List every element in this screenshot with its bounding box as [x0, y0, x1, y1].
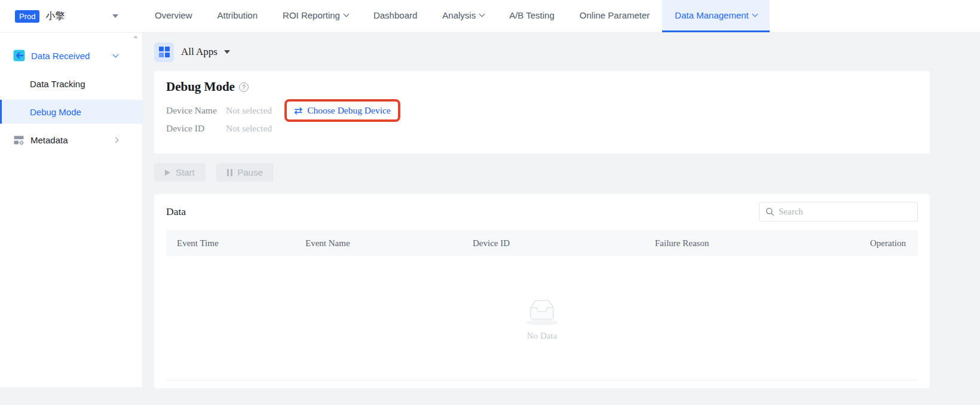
- search-input[interactable]: [779, 207, 911, 217]
- column-header-device-id: Device ID: [473, 238, 655, 248]
- question-circle-icon[interactable]: ?: [239, 82, 249, 92]
- data-received-icon: [13, 50, 25, 62]
- top-nav-bar: Prod 小擎 Overview Attribution ROI Reporti…: [0, 0, 980, 33]
- start-button[interactable]: Start: [154, 163, 206, 182]
- swap-icon: ⇄: [294, 105, 302, 116]
- device-name-row: Device Name Not selected ⇄ Choose Debug …: [166, 102, 918, 119]
- metadata-icon: [13, 134, 24, 146]
- data-panel-title: Data: [166, 205, 186, 218]
- pause-button[interactable]: Pause: [216, 163, 274, 182]
- search-icon: [765, 207, 774, 216]
- sidebar: Data Received Data Tracking Debug Mode: [0, 33, 143, 405]
- table-empty-state: No Data: [166, 256, 918, 381]
- nav-item-dashboard[interactable]: Dashboard: [361, 0, 430, 32]
- sidebar-item-data-received[interactable]: Data Received: [0, 44, 142, 68]
- env-badge: Prod: [15, 10, 39, 23]
- chevron-right-icon: [113, 137, 119, 143]
- device-name-label: Device Name: [166, 105, 226, 116]
- pause-icon: [227, 169, 229, 176]
- chevron-down-icon: [113, 51, 119, 57]
- nav-item-data-management[interactable]: Data Management: [662, 0, 769, 32]
- play-icon: [165, 170, 170, 176]
- app-switcher-control[interactable]: Prod 小擎: [0, 0, 142, 32]
- column-header-failure-reason: Failure Reason: [655, 238, 846, 248]
- column-header-event-time: Event Time: [166, 238, 305, 248]
- panel-title: Debug Mode: [166, 79, 235, 94]
- device-id-value: Not selected: [226, 123, 277, 134]
- device-name-value: Not selected: [226, 105, 277, 116]
- column-header-event-name: Event Name: [305, 238, 473, 248]
- column-header-operation: Operation: [846, 238, 918, 248]
- device-id-row: Device ID Not selected: [166, 119, 918, 137]
- chevron-down-icon: [479, 11, 485, 17]
- sidebar-item-debug-mode[interactable]: Debug Mode: [0, 100, 142, 124]
- main-content: All Apps Debug Mode ? Device Name Not se…: [143, 33, 980, 405]
- device-id-label: Device ID: [166, 123, 226, 134]
- empty-inbox-icon: [523, 295, 561, 326]
- caret-down-icon: [112, 14, 118, 18]
- scrollbar-up-arrow[interactable]: [133, 35, 138, 38]
- current-app-name: 小擎: [45, 10, 65, 23]
- sidebar-item-label: Data Received: [31, 51, 90, 61]
- chevron-down-icon: [752, 11, 758, 17]
- debug-controls: Start Pause: [154, 163, 930, 182]
- empty-state-label: No Data: [527, 331, 557, 341]
- annotation-highlight-box: ⇄ Choose Debug Device: [284, 99, 400, 122]
- data-panel: Data Event Time Event Name Device ID Fai…: [154, 194, 930, 388]
- app-grid-icon: [154, 42, 174, 62]
- sidebar-item-metadata[interactable]: Metadata: [0, 128, 142, 152]
- nav-item-ab-testing[interactable]: A/B Testing: [497, 0, 567, 32]
- choose-debug-device-button[interactable]: ⇄ Choose Debug Device: [294, 105, 391, 116]
- sidebar-item-data-tracking[interactable]: Data Tracking: [0, 72, 142, 96]
- nav-item-overview[interactable]: Overview: [142, 0, 205, 32]
- chevron-down-icon: [343, 11, 349, 17]
- nav-item-attribution[interactable]: Attribution: [205, 0, 271, 32]
- app-scope-selector[interactable]: All Apps: [154, 33, 930, 71]
- nav-item-online-parameter[interactable]: Online Parameter: [567, 0, 663, 32]
- choose-debug-device-label: Choose Debug Device: [307, 105, 390, 116]
- sidebar-item-label: Data Tracking: [30, 79, 85, 89]
- table-header-row: Event Time Event Name Device ID Failure …: [166, 230, 918, 256]
- nav-item-analysis[interactable]: Analysis: [430, 0, 497, 32]
- search-box: [759, 202, 918, 222]
- debug-mode-panel: Debug Mode ? Device Name Not selected ⇄ …: [154, 71, 930, 154]
- sidebar-item-label: Metadata: [30, 135, 68, 145]
- primary-nav: Overview Attribution ROI Reporting Dashb…: [142, 0, 770, 32]
- sidebar-item-label: Debug Mode: [30, 107, 81, 117]
- app-scope-label: All Apps: [181, 46, 218, 58]
- nav-item-roi-reporting[interactable]: ROI Reporting: [270, 0, 361, 32]
- caret-down-icon: [224, 50, 230, 54]
